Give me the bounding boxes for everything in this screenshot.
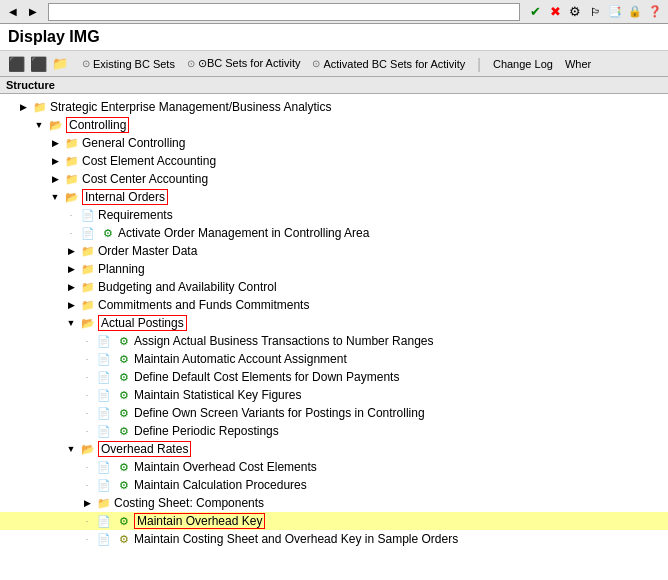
tree-label: Strategic Enterprise Management/Business… — [50, 100, 331, 114]
toggle-icon[interactable]: ▶ — [64, 280, 78, 294]
tree-label: Maintain Automatic Account Assignment — [134, 352, 347, 366]
tree-row[interactable]: ▶ 📁 General Controlling — [0, 134, 668, 152]
toggle-icon[interactable]: ▶ — [64, 262, 78, 276]
dot-icon: · — [80, 460, 94, 474]
tree-row[interactable]: · 📄 ⚙ Define Own Screen Variants for Pos… — [0, 404, 668, 422]
folder-icon: 📁 — [80, 279, 96, 295]
gear-icon: ⚙ — [116, 531, 132, 547]
dot-icon: · — [80, 334, 94, 348]
nav-icon3[interactable]: 🔒 — [626, 3, 644, 21]
toggle-icon[interactable]: ▼ — [48, 190, 62, 204]
tree-row[interactable]: ▶ 📁 Strategic Enterprise Management/Busi… — [0, 98, 668, 116]
back-icon[interactable]: ◀ — [4, 3, 22, 21]
tree-row[interactable]: · 📄 ⚙ Maintain Overhead Cost Elements — [0, 458, 668, 476]
doc-icon: 📄 — [96, 513, 112, 529]
dot-icon: · — [80, 478, 94, 492]
tree-row[interactable]: ▶ 📁 Order Master Data — [0, 242, 668, 260]
toggle-icon[interactable]: ▶ — [16, 100, 30, 114]
doc-icon: 📄 — [96, 531, 112, 547]
tree-label: Assign Actual Business Transactions to N… — [134, 334, 433, 348]
toggle-icon[interactable]: ▶ — [64, 244, 78, 258]
forward-icon[interactable]: ▶ — [24, 3, 42, 21]
structure-header: Structure — [0, 77, 668, 94]
tree-row[interactable]: ▶ 📁 Commitments and Funds Commitments — [0, 296, 668, 314]
tree-container[interactable]: ▶ 📁 Strategic Enterprise Management/Busi… — [0, 94, 668, 548]
doc-icon: 📄 — [96, 405, 112, 421]
tree-label: Define Periodic Repostings — [134, 424, 279, 438]
doc-icon: 📄 — [96, 387, 112, 403]
toggle-icon[interactable]: ▶ — [48, 154, 62, 168]
tree-label: Planning — [98, 262, 145, 276]
action-bar: ⬛ ⬛ 📁 ⊙ Existing BC Sets ⊙ ⊙BC Sets for … — [0, 51, 668, 77]
toggle-icon[interactable]: ▶ — [48, 136, 62, 150]
tree-label: Define Own Screen Variants for Postings … — [134, 406, 425, 420]
tree-row[interactable]: ▼ 📂 Controlling — [0, 116, 668, 134]
tree-label: General Controlling — [82, 136, 185, 150]
top-toolbar: ◀ ▶ ✔ ✖ ⚙ 🏳 📑 🔒 ❓ — [0, 0, 668, 24]
folder-icon: 📁 — [80, 243, 96, 259]
tree-row[interactable]: · 📄 ⚙ Activate Order Management in Contr… — [0, 224, 668, 242]
tree-label: Commitments and Funds Commitments — [98, 298, 309, 312]
wher-button[interactable]: Wher — [565, 58, 591, 70]
toggle-icon[interactable]: ▼ — [32, 118, 46, 132]
toggle-icon[interactable]: ▶ — [80, 496, 94, 510]
folder-icon[interactable]: 📁 — [50, 54, 70, 74]
existing-bc-sets[interactable]: ⊙ Existing BC Sets — [82, 58, 175, 70]
tree-row[interactable]: · 📄 ⚙ Maintain Costing Sheet and Overhea… — [0, 530, 668, 548]
activated-bc-sets[interactable]: ⊙ Activated BC Sets for Activity — [312, 58, 465, 70]
tree-row[interactable]: ▼ 📂 Overhead Rates — [0, 440, 668, 458]
tree-row[interactable]: · 📄 ⚙ Define Periodic Repostings — [0, 422, 668, 440]
bc-sets-for-activity[interactable]: ⊙ ⊙BC Sets for Activity — [187, 57, 301, 70]
tree-row[interactable]: ▶ 📁 Cost Center Accounting — [0, 170, 668, 188]
tree-row[interactable]: · 📄 Requirements — [0, 206, 668, 224]
gear-icon: ⚙ — [116, 423, 132, 439]
tree-label: Cost Center Accounting — [82, 172, 208, 186]
nav-icon2[interactable]: 📑 — [606, 3, 624, 21]
action-icons: ⬛ ⬛ 📁 — [6, 54, 70, 74]
activated-icon: ⊙ — [312, 58, 320, 69]
toggle-icon[interactable]: ▶ — [48, 172, 62, 186]
tree-label: Requirements — [98, 208, 173, 222]
tree-row[interactable]: · 📄 ⚙ Maintain Automatic Account Assignm… — [0, 350, 668, 368]
tree-label: Actual Postings — [98, 315, 187, 331]
nav-icon1[interactable]: 🏳 — [586, 3, 604, 21]
doc-icon: 📄 — [96, 423, 112, 439]
tree-row[interactable]: ▶ 📁 Costing Sheet: Components — [0, 494, 668, 512]
tree-row[interactable]: ▶ 📁 Budgeting and Availability Control — [0, 278, 668, 296]
dot-icon: · — [80, 514, 94, 528]
toggle-icon[interactable]: ▶ — [64, 298, 78, 312]
tree-label: Maintain Overhead Cost Elements — [134, 460, 317, 474]
tree-row[interactable]: · 📄 ⚙ Maintain Calculation Procedures — [0, 476, 668, 494]
help-icon[interactable]: ❓ — [646, 3, 664, 21]
gear-icon: ⚙ — [116, 477, 132, 493]
dot-icon: · — [64, 226, 78, 240]
expand-icon[interactable]: ⬛ — [6, 54, 26, 74]
tree-row[interactable]: ▼ 📂 Actual Postings — [0, 314, 668, 332]
cross-red-icon[interactable]: ✖ — [546, 3, 564, 21]
tree-row[interactable]: · 📄 ⚙ Assign Actual Business Transaction… — [0, 332, 668, 350]
doc-icon: 📄 — [96, 333, 112, 349]
folder-icon: 📁 — [80, 297, 96, 313]
tree-row-highlighted[interactable]: · 📄 ⚙ Maintain Overhead Key — [0, 512, 668, 530]
tree-row[interactable]: · 📄 ⚙ Define Default Cost Elements for D… — [0, 368, 668, 386]
dot-icon: · — [80, 532, 94, 546]
toggle-icon[interactable]: ▼ — [64, 316, 78, 330]
tree-label: Order Master Data — [98, 244, 197, 258]
tree-label: Maintain Calculation Procedures — [134, 478, 307, 492]
collapse-icon[interactable]: ⬛ — [28, 54, 48, 74]
tree-row[interactable]: ▶ 📁 Planning — [0, 260, 668, 278]
dot-icon: · — [80, 388, 94, 402]
folder-open-icon: 📂 — [80, 315, 96, 331]
change-log[interactable]: Change Log — [493, 58, 553, 70]
toggle-icon[interactable]: ▼ — [64, 442, 78, 456]
gear-icon: ⚙ — [116, 369, 132, 385]
tree-row[interactable]: ▼ 📂 Internal Orders — [0, 188, 668, 206]
check-green-icon[interactable]: ✔ — [526, 3, 544, 21]
dot-icon: · — [80, 406, 94, 420]
settings-icon[interactable]: ⚙ — [566, 3, 584, 21]
folder-open-icon: 📂 — [64, 189, 80, 205]
tree-row[interactable]: ▶ 📁 Cost Element Accounting — [0, 152, 668, 170]
bc-sets-icon: ⊙ — [82, 58, 90, 69]
tree-row[interactable]: · 📄 ⚙ Maintain Statistical Key Figures — [0, 386, 668, 404]
doc-icon: 📄 — [96, 477, 112, 493]
